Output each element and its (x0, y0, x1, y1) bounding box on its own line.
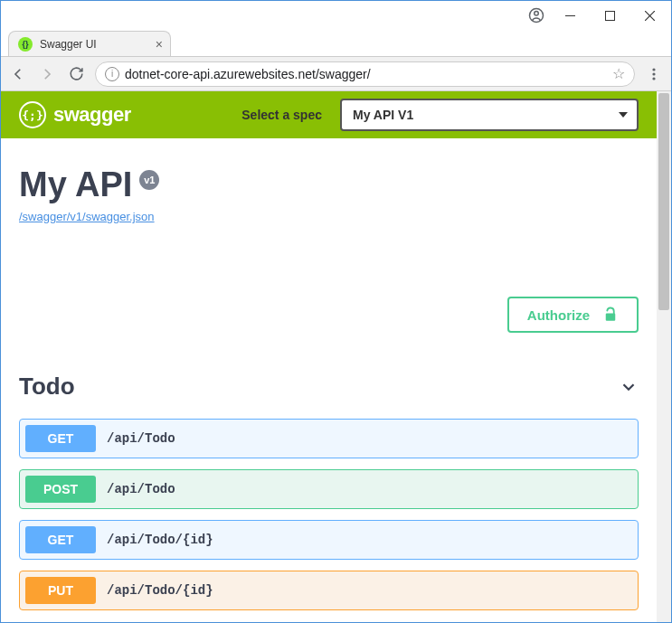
back-button[interactable] (8, 64, 28, 84)
svg-point-8 (652, 77, 655, 80)
operations-list: GET /api/Todo POST /api/Todo GET /api/To… (19, 419, 639, 610)
http-method-badge: PUT (25, 577, 96, 604)
window-titlebar (1, 1, 671, 30)
bookmark-star-icon[interactable]: ☆ (612, 65, 625, 82)
tag-name: Todo (19, 373, 75, 401)
scrollbar[interactable] (657, 91, 671, 622)
svg-point-1 (535, 12, 539, 16)
http-method-badge: GET (25, 526, 96, 553)
reload-button[interactable] (66, 64, 86, 84)
svg-rect-3 (605, 11, 614, 20)
browser-tab[interactable]: {} Swagger UI × (8, 31, 171, 56)
http-method-badge: POST (25, 476, 96, 503)
api-title: My API (19, 165, 132, 204)
authorize-label: Authorize (527, 307, 590, 323)
operation-path: /api/Todo/{id} (107, 533, 213, 547)
operation-row[interactable]: PUT /api/Todo/{id} (19, 571, 639, 610)
user-account-icon[interactable] (523, 2, 550, 29)
swagger-logo-text: swagger (53, 103, 131, 127)
forward-button[interactable] (37, 64, 57, 84)
operation-path: /api/Todo/{id} (107, 583, 213, 598)
svg-point-7 (652, 72, 655, 75)
tab-title: Swagger UI (40, 38, 148, 51)
operation-path: /api/Todo (107, 431, 175, 446)
address-bar[interactable]: i ☆ (95, 61, 635, 87)
browser-tabstrip: {} Swagger UI × (1, 30, 671, 57)
swagger-logo[interactable]: {;} swagger (19, 101, 131, 128)
swagger-topbar: {;} swagger Select a spec My API V1 (1, 91, 657, 138)
spec-select[interactable]: My API V1 (340, 99, 639, 131)
url-input[interactable] (125, 67, 607, 81)
browser-menu-button[interactable] (644, 67, 664, 81)
svg-rect-9 (606, 314, 616, 321)
window-close-button[interactable] (629, 2, 669, 29)
api-version-badge: v1 (139, 170, 159, 190)
api-definition-link[interactable]: /swagger/v1/swagger.json (19, 210, 155, 223)
authorize-button[interactable]: Authorize (507, 297, 639, 333)
unlock-icon (602, 307, 619, 323)
page-viewport: {;} swagger Select a spec My API V1 My A… (1, 91, 671, 622)
operation-row[interactable]: GET /api/Todo (19, 419, 639, 458)
scrollbar-thumb[interactable] (658, 93, 669, 310)
swagger-logo-icon: {;} (19, 101, 46, 128)
http-method-badge: GET (25, 425, 96, 452)
window-minimize-button[interactable] (550, 2, 590, 29)
window-maximize-button[interactable] (590, 2, 629, 29)
site-info-icon[interactable]: i (105, 67, 119, 81)
operation-path: /api/Todo (107, 482, 175, 496)
browser-toolbar: i ☆ (1, 57, 671, 91)
svg-point-6 (652, 68, 655, 71)
tag-section-header[interactable]: Todo (19, 360, 639, 410)
operation-row[interactable]: GET /api/Todo/{id} (19, 520, 639, 560)
spec-select-label: Select a spec (241, 108, 322, 122)
chevron-down-icon (619, 377, 639, 397)
swagger-favicon-icon: {} (18, 37, 33, 52)
tab-close-icon[interactable]: × (156, 38, 163, 51)
operation-row[interactable]: POST /api/Todo (19, 469, 639, 509)
swagger-content: My API v1 /swagger/v1/swagger.json Autho… (1, 138, 657, 622)
